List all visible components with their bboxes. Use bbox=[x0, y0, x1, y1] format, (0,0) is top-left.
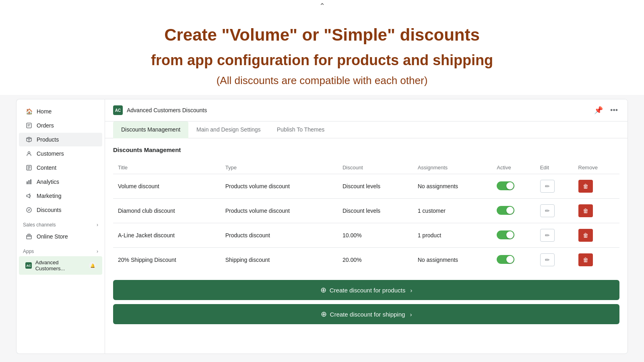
edit-button-2[interactable]: ✏ bbox=[540, 229, 555, 242]
create-products-discount-label: Create discount for products bbox=[330, 287, 405, 294]
online-store-label: Online Store bbox=[37, 233, 68, 240]
table-row: Diamond club discount Products volume di… bbox=[113, 199, 619, 223]
sidebar-item-advanced-customers[interactable]: AC Advanced Customers... 🔔 bbox=[19, 256, 102, 275]
svg-rect-4 bbox=[29, 180, 30, 184]
cell-discount-0: Discount levels bbox=[338, 174, 413, 199]
sidebar-item-marketing-label: Marketing bbox=[37, 193, 61, 199]
create-products-discount-button[interactable]: ⊕ Create discount for products › bbox=[113, 280, 619, 300]
section-title: Discounts Management bbox=[113, 146, 619, 153]
tab-publish-themes[interactable]: Publish To Themes bbox=[269, 121, 333, 138]
hero-subtitle-text: from app configuration for products and … bbox=[151, 52, 493, 68]
trash-icon: 🗑 bbox=[583, 257, 588, 263]
sales-channels-arrow-icon: › bbox=[97, 222, 98, 228]
hero-note: (All discounts are compatible with each … bbox=[8, 74, 636, 87]
edit-button-3[interactable]: ✏ bbox=[540, 253, 555, 266]
hero-section: Create "Volume" or "Simple" discounts fr… bbox=[0, 12, 644, 95]
trash-icon: 🗑 bbox=[583, 232, 588, 239]
sidebar-item-products[interactable]: Products bbox=[19, 133, 102, 146]
sidebar-item-online-store[interactable]: Online Store bbox=[19, 230, 102, 243]
cell-discount-2: 10.00% bbox=[338, 223, 413, 248]
cell-edit-2: ✏ bbox=[535, 223, 574, 248]
cell-edit-1: ✏ bbox=[535, 199, 574, 223]
advanced-customers-icon: AC bbox=[25, 262, 32, 269]
notification-bell-icon: 🔔 bbox=[89, 262, 96, 269]
toggle-2[interactable] bbox=[497, 230, 514, 239]
sidebar-item-products-label: Products bbox=[37, 136, 59, 143]
delete-button-3[interactable]: 🗑 bbox=[578, 253, 593, 266]
ellipsis-icon: ••• bbox=[610, 106, 618, 115]
cell-title-0: Volume discount bbox=[113, 174, 221, 199]
tab-main-design-settings[interactable]: Main and Design Settings bbox=[188, 121, 269, 138]
svg-rect-8 bbox=[28, 234, 30, 235]
delete-button-2[interactable]: 🗑 bbox=[578, 229, 593, 242]
hero-title: Create "Volume" or "Simple" discounts bbox=[8, 24, 636, 46]
col-header-edit: Edit bbox=[535, 161, 574, 174]
sidebar-item-marketing[interactable]: Marketing bbox=[19, 189, 102, 203]
col-header-title: Title bbox=[113, 161, 221, 174]
sidebar-item-home[interactable]: 🏠 Home bbox=[19, 105, 102, 118]
cell-discount-3: 20.00% bbox=[338, 248, 413, 272]
orders-icon bbox=[25, 122, 33, 129]
sales-channels-label: Sales channels bbox=[23, 222, 56, 228]
toggle-1[interactable] bbox=[497, 206, 514, 215]
table-row: A-Line Jacket discount Products discount… bbox=[113, 223, 619, 248]
pencil-icon: ✏ bbox=[545, 257, 550, 263]
hero-subtitle: from app configuration for products and … bbox=[8, 51, 636, 70]
col-header-type: Type bbox=[221, 161, 338, 174]
plus-circle-icon: ⊕ bbox=[320, 286, 326, 294]
pencil-icon: ✏ bbox=[545, 232, 550, 239]
create-shipping-discount-label: Create discount for shipping bbox=[330, 311, 405, 318]
sidebar-item-customers[interactable]: Customers bbox=[19, 147, 102, 160]
cell-edit-3: ✏ bbox=[535, 248, 574, 272]
col-header-discount: Discount bbox=[338, 161, 413, 174]
content-area: Discounts Management Title Type Discount… bbox=[105, 138, 627, 354]
cell-discount-1: Discount levels bbox=[338, 199, 413, 223]
pin-icon: 📌 bbox=[594, 106, 603, 115]
sales-channels-section: Sales channels › bbox=[17, 217, 105, 229]
chevron-up-icon[interactable]: ⌃ bbox=[0, 0, 644, 12]
discounts-icon bbox=[25, 206, 33, 214]
sidebar-item-discounts[interactable]: Discounts bbox=[19, 203, 102, 217]
table-row: Volume discount Products volume discount… bbox=[113, 174, 619, 199]
marketing-icon bbox=[25, 192, 33, 200]
cell-assignments-3: No assignments bbox=[413, 248, 492, 272]
cell-title-3: 20% Shipping Discount bbox=[113, 248, 221, 272]
trash-icon: 🗑 bbox=[583, 183, 588, 189]
pin-button[interactable]: 📌 bbox=[592, 104, 605, 116]
sidebar-item-orders[interactable]: Orders bbox=[19, 119, 102, 132]
cell-remove-2: 🗑 bbox=[574, 223, 620, 248]
apps-arrow-icon: › bbox=[97, 249, 98, 254]
edit-button-1[interactable]: ✏ bbox=[540, 204, 555, 217]
sidebar-item-content[interactable]: Content bbox=[19, 161, 102, 175]
app-logo: AC bbox=[113, 105, 123, 115]
cell-remove-1: 🗑 bbox=[574, 199, 620, 223]
apps-section: Apps › bbox=[17, 244, 105, 256]
tab-publish-themes-label: Publish To Themes bbox=[277, 126, 325, 133]
toggle-3[interactable] bbox=[497, 255, 514, 264]
cell-type-3: Shipping discount bbox=[221, 248, 338, 272]
cell-type-2: Products discount bbox=[221, 223, 338, 248]
tab-discounts-management[interactable]: Discounts Management bbox=[113, 121, 188, 138]
sidebar-item-home-label: Home bbox=[37, 108, 52, 115]
toggle-0[interactable] bbox=[497, 181, 514, 190]
plus-circle-icon-2: ⊕ bbox=[321, 310, 327, 319]
svg-rect-0 bbox=[27, 123, 31, 128]
home-icon: 🏠 bbox=[25, 108, 33, 115]
tab-discounts-management-label: Discounts Management bbox=[121, 126, 180, 133]
edit-button-0[interactable]: ✏ bbox=[540, 180, 555, 193]
sidebar-item-analytics[interactable]: Analytics bbox=[19, 175, 102, 189]
delete-button-0[interactable]: 🗑 bbox=[578, 180, 593, 193]
sidebar-item-discounts-label: Discounts bbox=[37, 207, 61, 213]
tab-main-design-settings-label: Main and Design Settings bbox=[196, 126, 261, 133]
advanced-customers-label: Advanced Customers... bbox=[35, 259, 86, 272]
delete-button-1[interactable]: 🗑 bbox=[578, 204, 593, 217]
sidebar-item-content-label: Content bbox=[37, 165, 56, 171]
svg-rect-3 bbox=[27, 181, 28, 184]
chevron-down-icon: › bbox=[410, 287, 412, 294]
cell-type-1: Products volume discount bbox=[221, 199, 338, 223]
create-shipping-discount-button[interactable]: ⊕ Create discount for shipping › bbox=[113, 304, 619, 324]
cell-active-2 bbox=[492, 223, 535, 248]
more-options-button[interactable]: ••• bbox=[609, 105, 619, 116]
sidebar-item-customers-label: Customers bbox=[37, 150, 64, 157]
app-header-right: 📌 ••• bbox=[592, 104, 619, 116]
